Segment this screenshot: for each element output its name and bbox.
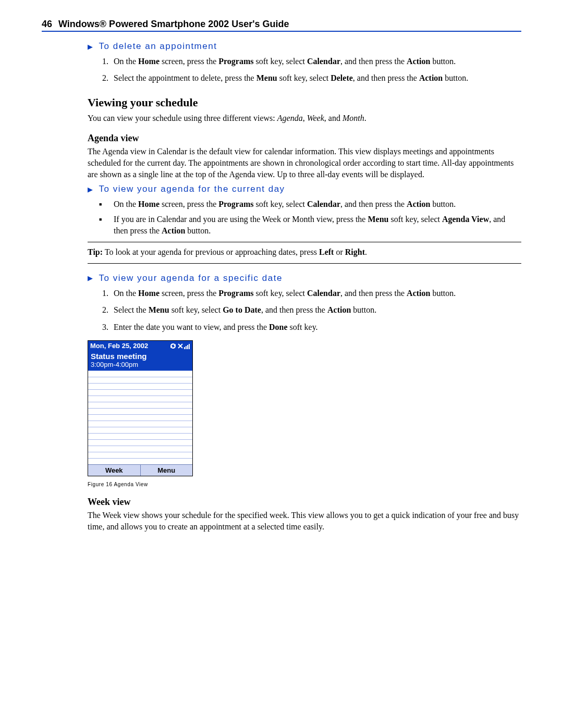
page-content: ▶ To delete an appointment On the Home s… [42,41,521,532]
signal-icon [184,343,190,349]
header-rule [42,31,521,32]
document-page: 46 Windows® Powered Smartphone 2002 User… [0,0,563,557]
task-heading-text: To delete an appointment [99,41,217,52]
step-item: On the Home screen, press the Programs s… [111,288,521,299]
task-heading-text: To view your agenda for a specific date [99,273,283,283]
subheading-agenda-view: Agenda view [88,133,521,144]
week-view-description: The Week view shows your schedule for th… [88,510,521,532]
triangle-icon: ▶ [88,274,94,282]
page-number: 46 [42,19,52,30]
task-heading-current-day: ▶ To view your agenda for the current da… [88,184,521,194]
softkey-left: Week [88,465,140,476]
triangle-icon: ▶ [88,43,94,51]
sync-icon [169,343,177,349]
specific-date-steps: On the Home screen, press the Programs s… [88,288,521,333]
step-item: Enter the date you want to view, and pre… [111,322,521,333]
bullet-item: On the Home screen, press the Programs s… [111,199,521,210]
agenda-lines [88,371,192,464]
header-title: Windows® Powered Smartphone 2002 User's … [58,19,289,30]
subheading-week-view: Week view [88,497,521,508]
delete-appointment-steps: On the Home screen, press the Programs s… [88,56,521,84]
agenda-view-description: The Agenda view in Calendar is the defau… [88,146,521,180]
appointment-time: 3:00pm-4:00pm [91,361,190,368]
bullet-item: If you are in Calendar and you are using… [111,214,521,237]
tip-line: Tip: To look at your agenda for previous… [88,246,521,258]
step-item: Select the Menu soft key, select Go to D… [111,304,521,316]
step-item: On the Home screen, press the Programs s… [111,56,521,67]
phone-status-icons [169,343,190,349]
step-item: Select the appointment to delete, press … [111,72,521,84]
close-icon [178,343,183,349]
figure-caption: Figure 16 Agenda View [88,482,521,487]
task-heading-specific-date: ▶ To view your agenda for a specific dat… [88,273,521,283]
divider [88,242,521,242]
phone-titlebar: Mon, Feb 25, 2002 [88,341,192,351]
section-heading-viewing-schedule: Viewing your schedule [88,96,521,109]
page-header: 46 Windows® Powered Smartphone 2002 User… [42,19,521,30]
viewing-intro: You can view your schedule using three d… [88,113,521,124]
triangle-icon: ▶ [88,186,94,193]
phone-softkey-bar: Week Menu [88,464,192,476]
appointment-title: Status meeting [91,352,190,361]
svg-rect-1 [186,346,187,349]
current-day-bullets: On the Home screen, press the Programs s… [88,199,521,237]
svg-rect-3 [189,344,190,349]
divider [88,263,521,264]
task-heading-delete-appointment: ▶ To delete an appointment [88,41,521,52]
phone-screenshot: Mon, Feb 25, 2002 Status meeting 3:00pm-… [88,340,193,476]
task-heading-text: To view your agenda for the current day [99,184,285,194]
softkey-right: Menu [140,465,193,476]
svg-rect-2 [187,345,188,349]
phone-date: Mon, Feb 25, 2002 [90,342,148,350]
svg-rect-0 [184,347,185,349]
figure-agenda-view: Mon, Feb 25, 2002 Status meeting 3:00pm-… [88,340,521,487]
phone-agenda-area [88,371,192,464]
phone-selected-appointment: Status meeting 3:00pm-4:00pm [88,351,192,371]
